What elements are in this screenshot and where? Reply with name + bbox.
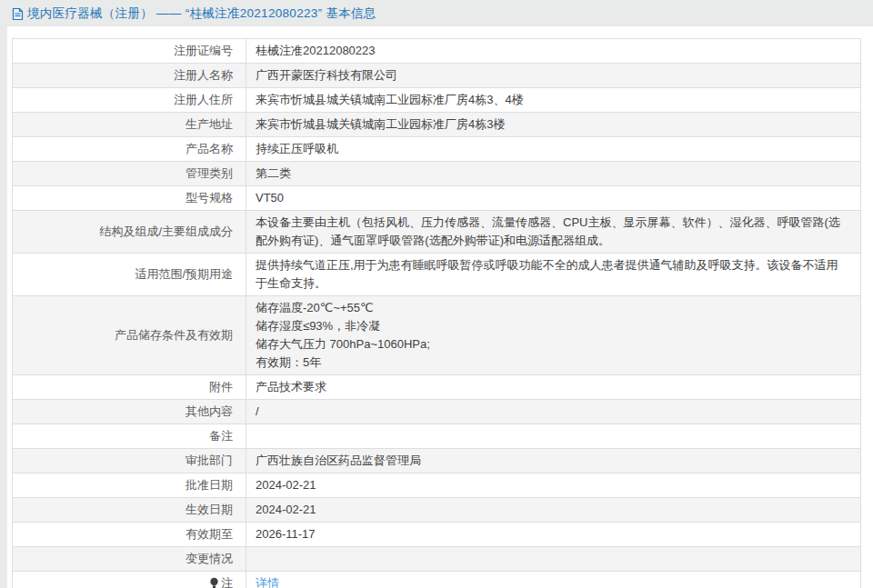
content-panel: 注册证编号 桂械注准20212080223 注册人名称 广西开蒙医疗科技有限公司… <box>7 26 873 588</box>
table-row-management-class: 管理类别 第二类 <box>13 162 861 186</box>
row-label: 生效日期 <box>13 498 246 523</box>
table-row-approval-department: 审批部门 广西壮族自治区药品监督管理局 <box>13 449 861 473</box>
row-label: 附件 <box>13 375 246 400</box>
document-icon <box>12 7 24 21</box>
row-value: 来宾市忻城县城关镇城南工业园标准厂房4栋3楼 <box>246 113 861 137</box>
storage-condition-line: 储存大气压力 700hPa~1060HPa; <box>256 335 849 354</box>
row-label: 产品储存条件及有效期 <box>13 296 246 375</box>
table-row-storage-conditions: 产品储存条件及有效期 储存温度-20℃~+55℃ 储存湿度≤93%，非冷凝 储存… <box>13 296 861 375</box>
table-row-other-content: 其他内容 / <box>13 400 861 424</box>
row-label: 注 <box>13 572 246 588</box>
table-row-approval-date: 批准日期 2024-02-21 <box>13 473 861 498</box>
row-label: 注册人住所 <box>13 88 246 113</box>
table-row-model-spec: 型号规格 VT50 <box>13 186 861 211</box>
table-row-product-name: 产品名称 持续正压呼吸机 <box>13 137 861 162</box>
row-label: 结构及组成/主要组成成分 <box>13 211 246 254</box>
row-label: 有效期至 <box>13 523 246 547</box>
page-title: 境内医疗器械（注册） —— “桂械注准20212080223” 基本信息 <box>27 5 376 22</box>
row-value: 本设备主要由主机（包括风机、压力传感器、流量传感器、CPU主板、显示屏幕、软件）… <box>246 211 861 254</box>
row-label: 适用范围/预期用途 <box>13 254 246 296</box>
row-value: / <box>246 400 861 424</box>
row-value: 2024-02-21 <box>246 498 861 523</box>
row-label: 注册证编号 <box>13 39 246 64</box>
row-value: 2026-11-17 <box>246 523 861 547</box>
row-label: 备注 <box>13 424 246 449</box>
table-row-attachment: 附件 产品技术要求 <box>13 375 861 400</box>
row-label: 型号规格 <box>13 186 246 211</box>
row-label: 管理类别 <box>13 162 246 186</box>
table-row-registrant-address: 注册人住所 来宾市忻城县城关镇城南工业园标准厂房4栋3、4楼 <box>13 88 861 113</box>
row-value: VT50 <box>246 186 861 211</box>
row-label: 变更情况 <box>13 547 246 572</box>
table-row-valid-until: 有效期至 2026-11-17 <box>13 523 861 547</box>
row-value: 持续正压呼吸机 <box>246 137 861 162</box>
row-value: 详情 <box>246 572 861 588</box>
row-value: 来宾市忻城县城关镇城南工业园标准厂房4栋3、4楼 <box>246 88 861 113</box>
registration-info-table: 注册证编号 桂械注准20212080223 注册人名称 广西开蒙医疗科技有限公司… <box>12 38 861 588</box>
row-label: 产品名称 <box>13 137 246 162</box>
table-row-production-address: 生产地址 来宾市忻城县城关镇城南工业园标准厂房4栋3楼 <box>13 113 861 137</box>
storage-condition-line: 储存温度-20℃~+55℃ <box>256 299 849 317</box>
table-row-registration-number: 注册证编号 桂械注准20212080223 <box>13 39 861 64</box>
table-row-registrant-name: 注册人名称 广西开蒙医疗科技有限公司 <box>13 64 861 88</box>
table-row-intended-use: 适用范围/预期用途 提供持续气道正压,用于为患有睡眠呼吸暂停或呼吸功能不全的成人… <box>13 254 861 296</box>
note-label-text: 注 <box>221 576 233 588</box>
storage-condition-line: 有效期：5年 <box>256 354 849 372</box>
bulb-icon <box>209 577 219 588</box>
row-label: 批准日期 <box>13 473 246 498</box>
row-value: 2024-02-21 <box>246 473 861 498</box>
table-row-note: 注 详情 <box>13 572 861 588</box>
storage-condition-line: 储存湿度≤93%，非冷凝 <box>256 317 849 335</box>
detail-link[interactable]: 详情 <box>256 576 279 588</box>
row-value: 广西开蒙医疗科技有限公司 <box>246 64 861 88</box>
row-value: 储存温度-20℃~+55℃ 储存湿度≤93%，非冷凝 储存大气压力 700hPa… <box>246 296 861 375</box>
row-label: 审批部门 <box>13 449 246 473</box>
row-value: 提供持续气道正压,用于为患有睡眠呼吸暂停或呼吸功能不全的成人患者提供通气辅助及呼… <box>246 254 861 296</box>
row-value: 第二类 <box>246 162 861 186</box>
row-value: 产品技术要求 <box>246 375 861 400</box>
header-bar: 境内医疗器械（注册） —— “桂械注准20212080223” 基本信息 <box>0 0 873 26</box>
table-row-remarks: 备注 <box>13 424 861 449</box>
table-row-structure-composition: 结构及组成/主要组成成分 本设备主要由主机（包括风机、压力传感器、流量传感器、C… <box>13 211 861 254</box>
row-value <box>246 424 861 449</box>
row-label: 生产地址 <box>13 113 246 137</box>
row-value: 桂械注准20212080223 <box>246 39 861 64</box>
row-value: 广西壮族自治区药品监督管理局 <box>246 449 861 473</box>
row-label: 注册人名称 <box>13 64 246 88</box>
table-row-change-status: 变更情况 <box>13 547 861 572</box>
row-value <box>246 547 861 572</box>
table-row-effective-date: 生效日期 2024-02-21 <box>13 498 861 523</box>
row-label: 其他内容 <box>13 400 246 424</box>
